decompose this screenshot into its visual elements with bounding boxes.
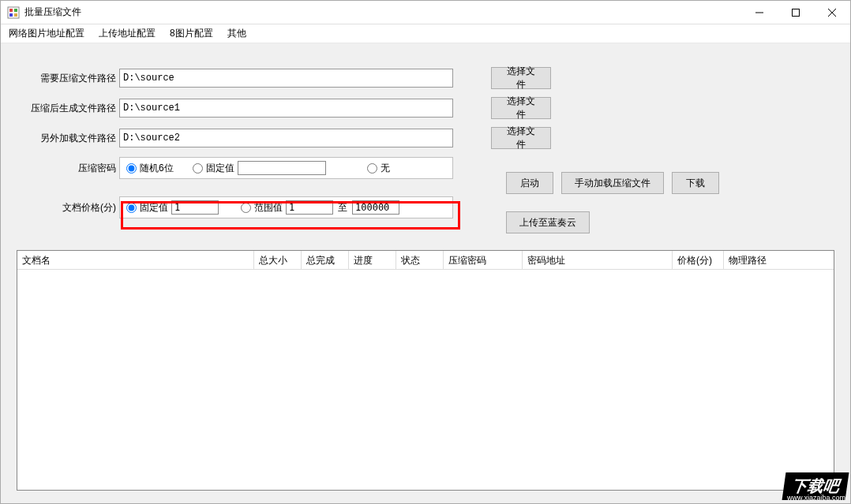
price-fixed-input[interactable]: [171, 200, 219, 215]
password-group: 随机6位 固定值 无: [119, 157, 453, 179]
col-physpath[interactable]: 物理路径: [724, 251, 834, 269]
source-path-label: 需要压缩文件路径: [17, 72, 119, 85]
price-range-radio[interactable]: [241, 203, 251, 213]
price-range-to-label: 至: [338, 201, 347, 215]
source-path-input[interactable]: [119, 69, 453, 88]
start-button[interactable]: 启动: [506, 172, 553, 194]
menu-upload-addr[interactable]: 上传地址配置: [99, 27, 156, 40]
col-filename[interactable]: 文档名: [17, 251, 254, 269]
menu-other[interactable]: 其他: [227, 27, 246, 40]
svg-rect-4: [14, 13, 17, 17]
watermark-url: www.xiazaiba.com: [787, 494, 845, 502]
svg-rect-2: [14, 9, 17, 12]
menubar: 网络图片地址配置 上传地址配置 8图片配置 其他: [1, 24, 850, 43]
download-button[interactable]: 下载: [672, 172, 719, 194]
watermark-text: 下载吧: [791, 477, 841, 495]
form-area: 需要压缩文件路径 选择文件 压缩后生成文件路径 选择文件 另外加载文件路径 选择…: [1, 43, 850, 234]
svg-rect-1: [9, 9, 13, 12]
minimize-button[interactable]: [741, 1, 778, 24]
app-icon: [7, 6, 20, 19]
select-extra-button[interactable]: 选择文件: [491, 127, 551, 149]
password-fixed-radio[interactable]: [193, 163, 203, 174]
output-path-label: 压缩后生成文件路径: [17, 102, 119, 115]
password-random-label: 随机6位: [140, 162, 174, 175]
maximize-button[interactable]: [778, 1, 814, 24]
manual-load-button[interactable]: 手动加载压缩文件: [561, 172, 664, 194]
password-random-radio[interactable]: [126, 163, 137, 174]
table-header: 文档名 总大小 总完成 进度 状态 压缩密码 密码地址 价格(分) 物理路径: [17, 251, 834, 270]
price-group: 固定值 范围值 至: [119, 196, 453, 218]
menu-8img[interactable]: 8图片配置: [170, 27, 213, 40]
col-totaldone[interactable]: 总完成: [302, 251, 349, 269]
price-range-from-input[interactable]: [286, 200, 333, 215]
file-table[interactable]: 文档名 总大小 总完成 进度 状态 压缩密码 密码地址 价格(分) 物理路径: [17, 250, 834, 491]
password-none-radio[interactable]: [367, 163, 377, 174]
col-price[interactable]: 价格(分): [673, 251, 724, 269]
action-buttons-row2: 上传至蓝奏云: [506, 211, 590, 233]
extra-path-label: 另外加载文件路径: [17, 132, 119, 145]
close-button[interactable]: [814, 1, 850, 24]
price-fixed-label: 固定值: [140, 201, 168, 215]
svg-rect-3: [9, 13, 13, 17]
password-fixed-input[interactable]: [238, 161, 326, 175]
action-buttons-row1: 启动 手动加载压缩文件 下载: [506, 172, 719, 194]
main-window: 批量压缩文件 网络图片地址配置 上传地址配置 8图片配置 其他 需要压缩文件路径…: [0, 0, 851, 504]
titlebar: 批量压缩文件: [1, 1, 850, 24]
col-progress[interactable]: 进度: [349, 251, 396, 269]
svg-rect-6: [793, 9, 800, 17]
col-pwdaddr[interactable]: 密码地址: [523, 251, 673, 269]
password-none-label: 无: [381, 162, 390, 175]
menu-network-img[interactable]: 网络图片地址配置: [9, 27, 84, 40]
price-fixed-radio[interactable]: [126, 203, 137, 213]
col-password[interactable]: 压缩密码: [444, 251, 523, 269]
password-fixed-label: 固定值: [206, 162, 234, 175]
window-controls: [741, 1, 850, 24]
upload-cloud-button[interactable]: 上传至蓝奏云: [506, 211, 590, 233]
select-output-button[interactable]: 选择文件: [491, 97, 551, 119]
col-status[interactable]: 状态: [396, 251, 444, 269]
select-source-button[interactable]: 选择文件: [491, 67, 551, 89]
price-range-to-input[interactable]: [352, 200, 399, 215]
price-label: 文档价格(分): [17, 201, 119, 215]
output-path-input[interactable]: [119, 99, 453, 118]
password-label: 压缩密码: [17, 162, 119, 175]
extra-path-input[interactable]: [119, 129, 453, 147]
col-totalsize[interactable]: 总大小: [254, 251, 302, 269]
window-title: 批量压缩文件: [24, 6, 81, 19]
price-range-label: 范围值: [254, 201, 283, 215]
